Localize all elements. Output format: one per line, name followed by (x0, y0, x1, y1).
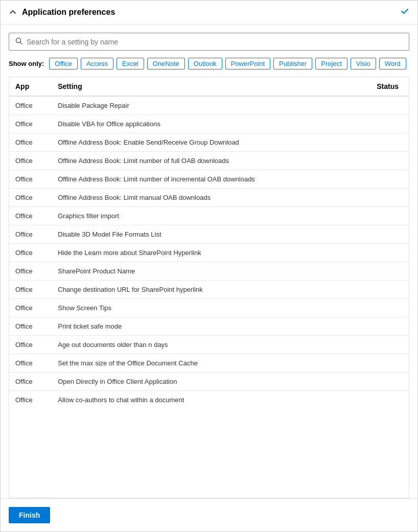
table-row: OfficeShow Screen Tips (9, 299, 409, 317)
cell-setting: Change destination URL for SharePoint hy… (52, 281, 354, 299)
cell-app: Office (9, 262, 52, 281)
table-row: OfficeDisable 3D Model File Formats List (9, 225, 409, 244)
cell-app: Office (9, 244, 52, 262)
cell-setting: Offline Address Book: Limit manual OAB d… (52, 189, 354, 207)
table-row: OfficeHide the Learn more about SharePoi… (9, 244, 409, 262)
table-header-row: App Setting Status (9, 77, 409, 96)
show-only-label: Show only: (9, 60, 44, 67)
filter-btn-visio[interactable]: Visio (351, 58, 376, 70)
cell-app: Office (9, 281, 52, 299)
cell-status (354, 96, 409, 115)
table-row: OfficeAllow co-authors to chat within a … (9, 391, 409, 409)
table-row: OfficeDisable VBA for Office application… (9, 115, 409, 133)
cell-setting: Open Directly in Office Client Applicati… (52, 373, 354, 391)
table-row: OfficeOpen Directly in Office Client App… (9, 373, 409, 391)
cell-status (354, 281, 409, 299)
cell-app: Office (9, 317, 52, 336)
cell-app: Office (9, 391, 52, 409)
cell-app: Office (9, 133, 52, 152)
cell-status (354, 207, 409, 225)
cell-app: Office (9, 354, 52, 373)
search-input[interactable] (27, 38, 403, 46)
settings-table: App Setting Status OfficeDisable Package… (9, 77, 409, 409)
cell-app: Office (9, 336, 52, 354)
table-row: OfficeOffline Address Book: Limit manual… (9, 189, 409, 207)
cell-status (354, 299, 409, 317)
cell-app: Office (9, 373, 52, 391)
cell-setting: Age out documents older than n days (52, 336, 354, 354)
cell-app: Office (9, 207, 52, 225)
header-left: Application preferences (9, 8, 115, 17)
search-bar[interactable] (9, 33, 409, 51)
filter-btn-publisher[interactable]: Publisher (273, 58, 312, 70)
cell-setting: Offline Address Book: Limit number of fu… (52, 152, 354, 170)
cell-app: Office (9, 299, 52, 317)
table-row: OfficeOffline Address Book: Limit number… (9, 170, 409, 189)
col-header-status: Status (354, 77, 409, 96)
filter-btn-office[interactable]: Office (49, 58, 78, 70)
filter-btn-word[interactable]: Word (379, 58, 406, 70)
cell-status (354, 225, 409, 244)
table-row: OfficeChange destination URL for SharePo… (9, 281, 409, 299)
cell-setting: Hide the Learn more about SharePoint Hyp… (52, 244, 354, 262)
filter-btn-excel[interactable]: Excel (117, 58, 144, 70)
filter-btn-project[interactable]: Project (315, 58, 347, 70)
cell-status (354, 244, 409, 262)
col-header-app: App (9, 77, 52, 96)
cell-status (354, 133, 409, 152)
cell-app: Office (9, 225, 52, 244)
finish-button[interactable]: Finish (9, 507, 50, 523)
cell-setting: SharePoint Product Name (52, 262, 354, 281)
cell-status (354, 373, 409, 391)
svg-line-1 (20, 42, 22, 44)
cell-setting: Disable Package Repair (52, 96, 354, 115)
table-row: OfficeAge out documents older than n day… (9, 336, 409, 354)
cell-setting: Disable 3D Model File Formats List (52, 225, 354, 244)
cell-app: Office (9, 170, 52, 189)
col-header-setting: Setting (52, 77, 354, 96)
cell-setting: Offline Address Book: Limit number of in… (52, 170, 354, 189)
search-icon (15, 37, 22, 46)
cell-app: Office (9, 152, 52, 170)
cell-setting: Show Screen Tips (52, 299, 354, 317)
table-row: OfficeSharePoint Product Name (9, 262, 409, 281)
table-row: OfficePrint ticket safe mode (9, 317, 409, 336)
cell-status (354, 189, 409, 207)
chevron-up-icon (9, 8, 17, 16)
cell-status (354, 262, 409, 281)
cell-status (354, 391, 409, 409)
cell-app: Office (9, 189, 52, 207)
table-row: OfficeOffline Address Book: Enable Send/… (9, 133, 409, 152)
cell-status (354, 336, 409, 354)
page-title: Application preferences (22, 8, 115, 17)
cell-app: Office (9, 115, 52, 133)
cell-status (354, 115, 409, 133)
table-row: OfficeOffline Address Book: Limit number… (9, 152, 409, 170)
checkmark-icon (400, 7, 409, 18)
cell-status (354, 152, 409, 170)
table-row: OfficeGraphics filter import (9, 207, 409, 225)
cell-setting: Disable VBA for Office applications (52, 115, 354, 133)
cell-status (354, 170, 409, 189)
cell-setting: Print ticket safe mode (52, 317, 354, 336)
page-header: Application preferences (1, 1, 417, 25)
cell-status (354, 317, 409, 336)
filter-btn-outlook[interactable]: Outlook (188, 58, 222, 70)
cell-setting: Graphics filter import (52, 207, 354, 225)
page-footer: Finish (1, 498, 417, 531)
filter-btn-access[interactable]: Access (81, 58, 113, 70)
cell-setting: Offline Address Book: Enable Send/Receiv… (52, 133, 354, 152)
cell-status (354, 354, 409, 373)
cell-setting: Set the max size of the Office Document … (52, 354, 354, 373)
filter-btn-powerpoint[interactable]: PowerPoint (225, 58, 270, 70)
settings-table-container[interactable]: App Setting Status OfficeDisable Package… (9, 77, 409, 498)
filter-btn-onenote[interactable]: OneNote (147, 58, 185, 70)
cell-setting: Allow co-authors to chat within a docume… (52, 391, 354, 409)
cell-app: Office (9, 96, 52, 115)
main-content: Show only: OfficeAccessExcelOneNoteOutlo… (1, 25, 417, 498)
filter-row: Show only: OfficeAccessExcelOneNoteOutlo… (9, 58, 409, 70)
table-row: OfficeDisable Package Repair (9, 96, 409, 115)
table-row: OfficeSet the max size of the Office Doc… (9, 354, 409, 373)
